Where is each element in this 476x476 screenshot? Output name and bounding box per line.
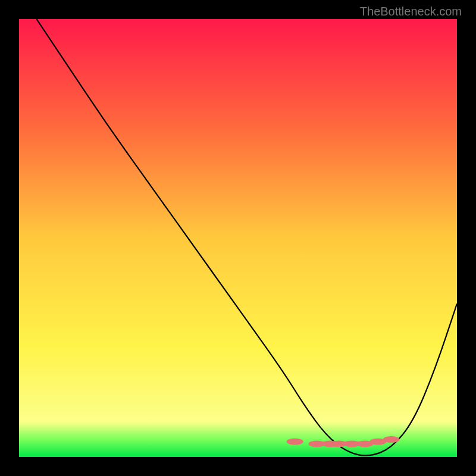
- marker-dot: [287, 439, 303, 445]
- marker-dot: [383, 436, 400, 443]
- watermark-text: TheBottleneck.com: [360, 5, 462, 18]
- marker-group: [287, 436, 400, 447]
- chart-container: TheBottleneck.com: [0, 0, 476, 476]
- bottleneck-curve: [36, 19, 457, 456]
- curve-layer: [19, 19, 457, 457]
- plot-area: [19, 19, 457, 457]
